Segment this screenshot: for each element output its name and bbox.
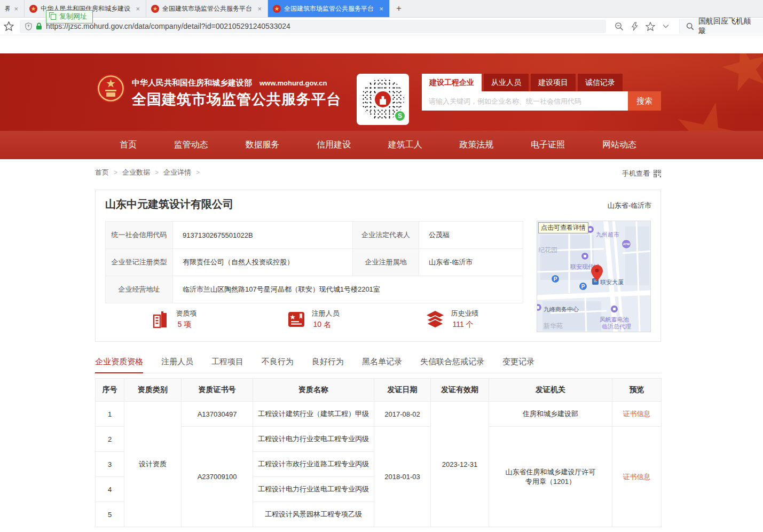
tab-registered-personnel[interactable]: 注册人员 [161, 357, 193, 367]
cell-qual-name: 工程设计市政行业道路工程专业丙级 [253, 452, 374, 477]
copy-tooltip-label: 复制网址 [59, 12, 87, 21]
tab-good-behavior[interactable]: 良好行为 [312, 357, 344, 367]
search-tab-enterprise[interactable]: 建设工程企业 [422, 74, 482, 91]
breadcrumb-separator: > [155, 169, 159, 176]
national-emblem-icon [96, 74, 125, 103]
breadcrumb-company-detail[interactable]: 企业详情 [163, 168, 191, 177]
mobile-view-link[interactable]: 手机查看 [622, 169, 661, 178]
tab-label: 全国建筑市场监管公共服务平台 [284, 4, 375, 13]
copy-url-tooltip: 复制网址 [46, 10, 93, 24]
map-label-battery-2: 临沂总代理 [602, 323, 631, 331]
map-label-xinhua: 新华苑 [544, 322, 563, 331]
cell-no: 3 [96, 452, 124, 477]
map-label-garden: 纪花园 [538, 246, 557, 255]
company-stats: 资质项 5 项 注册人员 10 名 [105, 309, 523, 330]
site-emblem-icon [273, 5, 281, 13]
tab-dishonesty[interactable]: 失信联合惩戒记录 [420, 357, 484, 367]
mobile-view-label: 手机查看 [622, 169, 650, 178]
chevron-down-icon[interactable] [663, 24, 669, 28]
field-value: 临沂市兰山区陶然路107号星河晶都（联安）现代城1号楼2201室 [173, 276, 523, 303]
browser-tab-jzsc-1[interactable]: 全国建筑市场监管公共服务平台 × [146, 0, 268, 17]
https-lock-icon [36, 22, 42, 30]
map-red-pin-icon [591, 265, 603, 281]
url-bar[interactable]: https://jzsc.mohurd.gov.cn/data/company/… [20, 20, 606, 33]
map-label-supermarket: 九州超市 [596, 231, 619, 239]
cell-preview: 证书信息 [612, 427, 662, 527]
nav-item-data-service[interactable]: 数据服务 [245, 139, 279, 151]
col-header-category: 资质类别 [124, 379, 182, 402]
field-label: 企业登记注册类型 [106, 249, 173, 276]
breadcrumb-company-data[interactable]: 企业数据 [122, 168, 150, 177]
tab-change-records[interactable]: 变更记录 [502, 357, 534, 367]
new-tab-button[interactable]: + [390, 0, 408, 17]
flash-icon[interactable] [631, 22, 638, 31]
col-header-preview: 预览 [612, 379, 662, 402]
breadcrumb: 首页 > 企业数据 > 企业详情 > [95, 168, 200, 177]
cell-qual-name: 工程设计建筑行业（建筑工程）甲级 [253, 402, 374, 427]
tab-blacklist[interactable]: 黑名单记录 [362, 357, 402, 367]
browser-tabstrip: 界 × 中华人民共和国住房和城乡建设 × 全国建筑市场监管公共服务平台 × 全国… [0, 0, 763, 18]
page-info-shield-icon[interactable] [25, 22, 32, 30]
flag-star-decoration [667, 95, 750, 131]
header-search-module: 建设工程企业 从业人员 建设项目 诚信记录 搜索 [422, 74, 661, 111]
map-label-lianan-tower: 联安大厦 [600, 278, 624, 286]
bookmark-star-icon[interactable] [4, 21, 14, 31]
map-poi-marker [610, 305, 618, 313]
tab-projects[interactable]: 工程项目 [211, 357, 243, 367]
company-location-map[interactable]: 点击可查看详情 九州超市 ATM 纪花园 联安现代城 联安大厦 P P 九峰商务… [537, 221, 651, 332]
search-button[interactable]: 搜索 [628, 91, 661, 111]
search-icon [686, 22, 694, 30]
tab-close-icon[interactable]: × [135, 5, 141, 13]
ministry-name: 中华人民共和国住房和城乡建设部 [132, 78, 252, 88]
nav-item-credit[interactable]: 信用建设 [317, 139, 351, 151]
nav-item-home[interactable]: 首页 [120, 139, 137, 151]
nav-item-e-license[interactable]: 电子证照 [531, 139, 565, 151]
company-region: 山东省-临沂市 [608, 201, 651, 210]
field-value: 公茂福 [419, 222, 523, 249]
cell-issue-date: 2018-01-03 [374, 427, 431, 527]
certificate-info-link[interactable]: 证书信息 [623, 473, 651, 481]
col-header-name: 资质名称 [253, 379, 374, 402]
search-tab-personnel[interactable]: 从业人员 [484, 74, 529, 91]
col-header-no: 序号 [96, 379, 124, 402]
search-tab-project[interactable]: 建设项目 [531, 74, 576, 91]
tab-bad-behavior[interactable]: 不良行为 [262, 357, 294, 367]
nav-item-workers[interactable]: 建筑工人 [388, 139, 422, 151]
table-row: 1 设计资质 A137030497 工程设计建筑行业（建筑工程）甲级 2017-… [96, 402, 662, 427]
favorite-star-icon[interactable] [646, 22, 655, 31]
keyword-search-input[interactable] [422, 91, 628, 111]
nav-item-supervision[interactable]: 监管动态 [174, 139, 208, 151]
tab-label: 全国建筑市场监管公共服务平台 [162, 4, 253, 13]
tab-qualifications[interactable]: 企业资质资格 [95, 357, 143, 367]
field-value: 91371302675501022B [173, 222, 353, 249]
tab-close-icon[interactable]: × [13, 5, 19, 13]
copy-icon [51, 14, 56, 20]
stat-value[interactable]: 5 项 [176, 320, 197, 330]
certificate-info-link[interactable]: 证书信息 [623, 410, 651, 418]
search-tab-credit[interactable]: 诚信记录 [578, 74, 623, 91]
field-label: 企业法定代表人 [353, 222, 419, 249]
browser-tab-jzsc-active[interactable]: 全国建筑市场监管公共服务平台 × [268, 0, 390, 17]
breadcrumb-home[interactable]: 首页 [95, 168, 109, 177]
quick-search-text[interactable]: 国航回应飞机颠簸 [698, 17, 757, 36]
detail-tabs: 企业资质资格 注册人员 工程项目 不良行为 良好行为 黑名单记录 失信联合惩戒记… [95, 357, 661, 373]
cell-qual-name: 工程设计风景园林工程专项乙级 [253, 502, 374, 527]
stat-label: 历史业绩 [451, 309, 479, 318]
map-parking-icon: P [551, 275, 560, 283]
browser-quick-search[interactable]: 国航回应飞机颠簸 [679, 19, 763, 34]
stat-registered-personnel: 注册人员 10 名 [244, 309, 383, 330]
zoom-out-icon[interactable] [615, 22, 624, 31]
tab-close-icon[interactable]: × [256, 5, 263, 13]
stat-value[interactable]: 10 名 [312, 320, 340, 330]
col-header-validity: 发证有效期 [431, 379, 489, 402]
breadcrumb-separator: > [196, 169, 200, 176]
cell-cert-no: A137030497 [182, 402, 253, 427]
nav-item-site-news[interactable]: 网站动态 [602, 139, 636, 151]
stat-history-performance: 历史业绩 111 个 [383, 309, 522, 330]
browser-tab-partial[interactable]: 界 × [0, 0, 25, 17]
tab-close-icon[interactable]: × [378, 5, 384, 13]
nav-item-policy[interactable]: 政策法规 [460, 139, 494, 151]
cell-preview: 证书信息 [612, 402, 662, 427]
field-label: 企业经营地址 [106, 276, 173, 303]
stat-value[interactable]: 111 个 [451, 320, 479, 330]
